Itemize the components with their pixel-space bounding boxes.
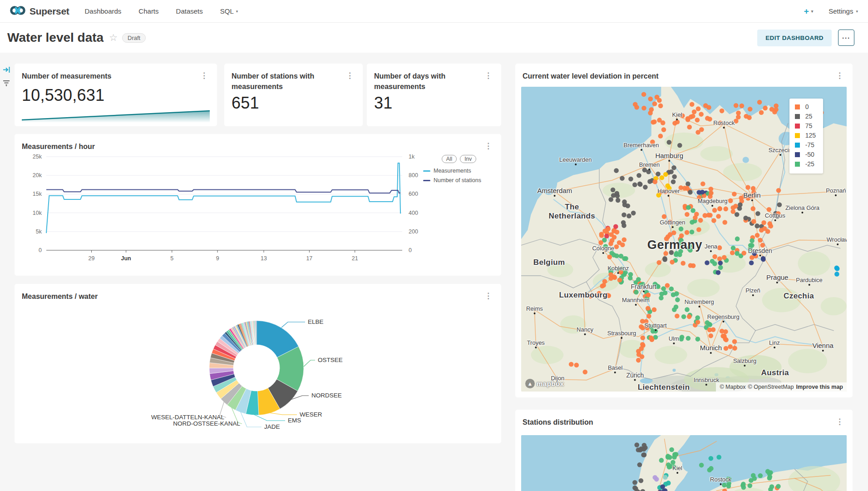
- edit-dashboard-button[interactable]: EDIT DASHBOARD: [757, 30, 832, 46]
- legend-swatch: [795, 152, 800, 157]
- svg-text:NORDSEE: NORDSEE: [311, 392, 342, 399]
- svg-text:5: 5: [170, 255, 173, 262]
- map-legend-item[interactable]: 25: [795, 113, 816, 120]
- map-legend-item[interactable]: 75: [795, 122, 816, 129]
- svg-text:1k: 1k: [409, 154, 415, 160]
- chevron-down-icon: ▾: [856, 9, 858, 14]
- new-item-button[interactable]: + ▾: [804, 6, 814, 16]
- card-title: Number of stations with measurements: [232, 71, 336, 92]
- card-water-level-deviation-map: Current water level deviation in percent…: [515, 64, 853, 397]
- map-legend-item[interactable]: -25: [795, 160, 816, 168]
- kebab-menu-icon[interactable]: ⋮: [483, 71, 494, 80]
- series-swatch: [423, 180, 430, 181]
- kebab-menu-icon[interactable]: ⋮: [344, 71, 355, 80]
- superset-logo[interactable]: Superset: [10, 5, 69, 18]
- stations-map-canvas[interactable]: KielRostockBremerhaven: [521, 435, 847, 491]
- svg-text:JADE: JADE: [264, 423, 280, 430]
- card-measurements-per-hour: Measurements / hour ⋮ 05k10k15k20k25k020…: [15, 134, 501, 276]
- svg-text:WESEL-DATTELN-KANAL: WESEL-DATTELN-KANAL: [151, 414, 225, 421]
- expand-filter-bar-icon[interactable]: [3, 66, 10, 75]
- nav-item-charts[interactable]: Charts: [138, 7, 158, 15]
- mapbox-logo[interactable]: ▲mapbox: [525, 379, 564, 388]
- chart-legend: AllInv MeasurementsNumber of stations: [423, 155, 495, 187]
- svg-text:0: 0: [39, 247, 42, 253]
- settings-menu[interactable]: Settings ▾: [829, 7, 858, 15]
- improve-map-link[interactable]: Improve this map: [796, 384, 843, 390]
- svg-text:20k: 20k: [33, 172, 42, 179]
- plus-icon: +: [804, 6, 809, 16]
- svg-text:ELBE: ELBE: [308, 318, 324, 325]
- line-chart[interactable]: 05k10k15k20k25k02004006008001k29Jun59131…: [21, 152, 429, 271]
- svg-text:600: 600: [409, 191, 418, 197]
- card-stations-distribution-map: Stations distribution ⋮ KielRostockBreme…: [515, 410, 853, 491]
- chevron-down-icon: ▾: [811, 9, 814, 14]
- card-number-of-days: Number of days with measurements ⋮ 31: [367, 64, 501, 126]
- map-legend: 02575125-75-50-25: [789, 99, 823, 174]
- legend-swatch: [795, 162, 800, 167]
- svg-text:NORD-OSTSEE-KANAL: NORD-OSTSEE-KANAL: [173, 420, 240, 427]
- map-legend-item[interactable]: -75: [795, 141, 816, 149]
- kebab-menu-icon[interactable]: ⋮: [834, 71, 845, 80]
- legend-swatch: [795, 124, 800, 129]
- svg-text:800: 800: [409, 172, 418, 179]
- brand-name: Superset: [30, 6, 69, 17]
- card-title: Current water level deviation in percent: [523, 71, 659, 81]
- card-title: Stations distribution: [523, 417, 593, 427]
- nav-menu: DashboardsChartsDatasetsSQL▾: [84, 7, 238, 15]
- mapbox-icon: ▲: [525, 379, 535, 388]
- svg-text:15k: 15k: [33, 191, 42, 197]
- map-legend-item[interactable]: -50: [795, 151, 816, 158]
- kebab-menu-icon[interactable]: ⋮: [834, 417, 845, 427]
- svg-text:0: 0: [409, 247, 412, 253]
- map-attribution: © Mapbox© OpenStreetMapImprove this map: [716, 382, 847, 392]
- legend-pill-inv[interactable]: Inv: [460, 155, 476, 163]
- dashboard-canvas: Number of measurements ⋮ 10,530,631 Numb…: [0, 53, 868, 491]
- legend-swatch: [795, 114, 800, 119]
- legend-entry[interactable]: Measurements: [423, 168, 495, 174]
- chevron-down-icon: ▾: [236, 9, 238, 14]
- legend-pill-all[interactable]: All: [442, 155, 457, 163]
- favorite-star-icon[interactable]: ☆: [109, 32, 118, 43]
- dashboard-more-button[interactable]: ···: [838, 30, 854, 46]
- card-measurements-per-water: Measurements / water ⋮ ELBEOSTSEENORDSEE…: [15, 284, 501, 443]
- map-legend-item[interactable]: 0: [795, 103, 816, 110]
- svg-text:400: 400: [409, 210, 418, 216]
- nav-item-datasets[interactable]: Datasets: [176, 7, 203, 15]
- svg-text:EMS: EMS: [288, 417, 301, 424]
- trendline-sparkline: [22, 108, 210, 123]
- donut-chart[interactable]: ELBEOSTSEENORDSEEWESEREMSJADENORD-OSTSEE…: [15, 284, 501, 443]
- kebab-menu-icon[interactable]: ⋮: [198, 71, 210, 80]
- svg-text:25k: 25k: [33, 154, 42, 160]
- svg-text:5k: 5k: [36, 228, 42, 235]
- map-legend-item[interactable]: 125: [795, 132, 816, 139]
- card-title: Number of measurements: [22, 71, 111, 81]
- svg-text:WESER: WESER: [300, 411, 322, 418]
- superset-infinity-icon: [10, 5, 25, 18]
- legend-swatch: [795, 143, 800, 148]
- nav-item-dashboards[interactable]: Dashboards: [84, 7, 121, 15]
- status-badge: Draft: [122, 33, 146, 43]
- dashboard-header: Water level data ☆ Draft EDIT DASHBOARD …: [0, 23, 868, 53]
- filter-icon[interactable]: [3, 80, 10, 88]
- deviation-map-canvas[interactable]: GermanyThe NetherlandsBelgiumLuxembourgC…: [521, 87, 847, 392]
- kebab-menu-icon[interactable]: ⋮: [483, 141, 494, 151]
- card-title: Measurements / hour: [22, 141, 95, 152]
- svg-text:21: 21: [352, 255, 358, 262]
- svg-text:29: 29: [89, 255, 95, 262]
- svg-text:200: 200: [409, 228, 418, 235]
- svg-text:Jun: Jun: [121, 255, 131, 262]
- big-number-value: 31: [367, 92, 501, 113]
- card-number-of-stations: Number of stations with measurements ⋮ 6…: [224, 64, 363, 126]
- nav-item-sql[interactable]: SQL▾: [220, 7, 238, 15]
- svg-text:OSTSEE: OSTSEE: [318, 357, 343, 363]
- osm-credit[interactable]: © OpenStreetMap: [748, 384, 794, 390]
- svg-text:17: 17: [306, 255, 312, 262]
- big-number-value: 10,530,631: [15, 81, 217, 105]
- card-title: Number of days with measurements: [374, 71, 474, 92]
- card-number-of-measurements: Number of measurements ⋮ 10,530,631: [15, 64, 217, 126]
- page-title: Water level data: [7, 30, 104, 45]
- series-swatch: [423, 170, 430, 172]
- legend-entry[interactable]: Number of stations: [423, 177, 495, 184]
- legend-swatch: [795, 133, 800, 138]
- mapbox-credit[interactable]: © Mapbox: [720, 384, 745, 390]
